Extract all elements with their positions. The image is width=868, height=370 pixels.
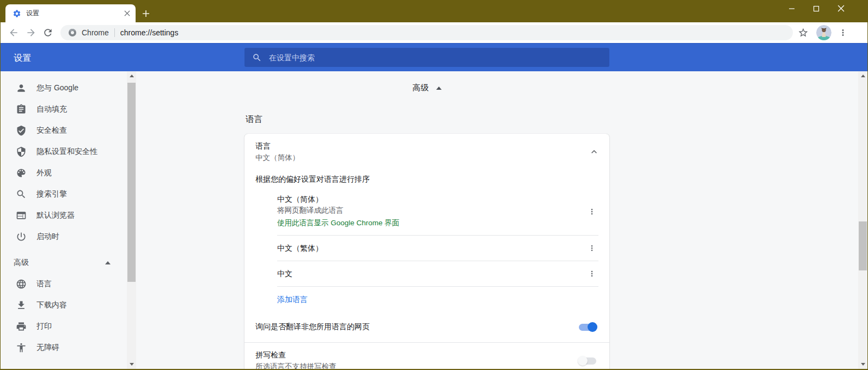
scroll-down-arrow[interactable] bbox=[127, 360, 136, 369]
section-title-languages: 语言 bbox=[246, 114, 262, 125]
language-more-button[interactable] bbox=[585, 267, 598, 280]
browser-menu-icon[interactable] bbox=[838, 28, 848, 38]
forward-icon[interactable] bbox=[26, 27, 36, 38]
shield-half-icon bbox=[16, 146, 27, 157]
window-maximize-button[interactable] bbox=[804, 0, 829, 17]
address-separator bbox=[114, 28, 115, 37]
site-chip: Chrome bbox=[82, 28, 109, 37]
download-icon bbox=[16, 300, 27, 311]
sidebar-scrollbar-thumb[interactable] bbox=[127, 83, 136, 282]
language-order-hint: 根据您的偏好设置对语言进行排序 bbox=[244, 170, 609, 189]
scroll-down-arrow[interactable] bbox=[858, 360, 867, 369]
tab-title: 设置 bbox=[26, 9, 123, 18]
settings-content: 您与 Google 自动填充 安全检查 隐私设置和安全性 外观 搜索引擎 bbox=[1, 71, 867, 369]
translate-prompt-row: 询问是否翻译非您所用语言的网页 bbox=[244, 314, 609, 342]
add-language-link[interactable]: 添加语言 bbox=[277, 287, 308, 314]
use-language-link[interactable]: 使用此语言显示 Google Chrome 界面 bbox=[277, 216, 399, 230]
language-more-button[interactable] bbox=[585, 242, 598, 255]
current-language: 中文（简体） bbox=[255, 152, 299, 163]
maximize-icon bbox=[813, 5, 820, 12]
toggle-knob bbox=[588, 322, 597, 332]
tab-close-button[interactable] bbox=[123, 9, 131, 18]
page-scrollbar-thumb[interactable] bbox=[859, 221, 867, 270]
chevron-up-icon[interactable] bbox=[589, 146, 600, 157]
language-more-button[interactable] bbox=[585, 205, 598, 218]
plus-icon bbox=[142, 10, 150, 17]
scroll-up-arrow[interactable] bbox=[858, 71, 867, 81]
page-title: 设置 bbox=[14, 53, 32, 64]
sidebar-item-search-engine[interactable]: 搜索引擎 bbox=[1, 183, 127, 205]
language-row: 中文 bbox=[277, 261, 598, 286]
language-list-divider bbox=[277, 286, 598, 287]
more-vertical-icon bbox=[588, 269, 596, 278]
sidebar-item-default-browser[interactable]: 默认浏览器 bbox=[1, 205, 127, 226]
palette-icon bbox=[16, 168, 27, 178]
language-row: 中文（简体） 将网页翻译成此语言 使用此语言显示 Google Chrome 界… bbox=[277, 189, 598, 235]
browser-window: 设置 Chrome chrome://settings bbox=[0, 0, 868, 370]
chevron-up-icon bbox=[436, 87, 442, 90]
more-vertical-icon bbox=[588, 244, 596, 252]
power-icon bbox=[16, 231, 27, 242]
avatar[interactable] bbox=[816, 25, 832, 40]
accessibility-icon bbox=[16, 342, 27, 353]
advanced-collapse-button[interactable]: 高级 bbox=[244, 83, 609, 93]
language-row: 中文（繁体） bbox=[277, 235, 598, 261]
address-bar[interactable]: Chrome chrome://settings bbox=[60, 25, 793, 40]
sidebar-item-appearance[interactable]: 外观 bbox=[1, 162, 127, 183]
close-icon bbox=[838, 5, 845, 12]
url-text: chrome://settings bbox=[120, 28, 179, 37]
languages-card: 语言 中文（简体） 根据您的偏好设置对语言进行排序 中文（简体） 将网页翻译成此… bbox=[244, 134, 609, 369]
sidebar-advanced-toggle[interactable]: 高级 bbox=[1, 252, 127, 273]
page-scrollbar[interactable] bbox=[858, 71, 867, 369]
browser-toolbar: Chrome chrome://settings bbox=[1, 22, 867, 43]
bookmark-star-icon[interactable] bbox=[798, 27, 809, 38]
gear-icon bbox=[13, 9, 21, 18]
sidebar-item-safety-check[interactable]: 安全检查 bbox=[1, 120, 127, 141]
clipboard-icon bbox=[16, 104, 27, 115]
window-minimize-button[interactable] bbox=[779, 0, 804, 17]
chrome-logo-icon bbox=[68, 28, 77, 37]
languages-card-header[interactable]: 语言 中文（简体） bbox=[244, 134, 609, 170]
sidebar-item-printing[interactable]: 打印 bbox=[1, 316, 127, 337]
sidebar-item-languages[interactable]: 语言 bbox=[1, 273, 127, 294]
settings-sidebar: 您与 Google 自动填充 安全检查 隐私设置和安全性 外观 搜索引擎 bbox=[1, 71, 127, 369]
person-icon bbox=[16, 83, 27, 94]
more-vertical-icon bbox=[588, 207, 596, 216]
translate-toggle[interactable] bbox=[579, 324, 596, 331]
chevron-up-icon bbox=[105, 261, 111, 264]
minimize-icon bbox=[788, 5, 795, 12]
close-icon bbox=[124, 10, 130, 16]
spell-check-row: 拼写检查 所选语言不支持拼写检查 bbox=[244, 343, 609, 369]
sidebar-scrollbar[interactable] bbox=[127, 71, 136, 369]
scroll-up-arrow[interactable] bbox=[127, 71, 136, 81]
sidebar-item-autofill[interactable]: 自动填充 bbox=[1, 98, 127, 120]
toggle-knob bbox=[578, 356, 588, 366]
reload-icon[interactable] bbox=[42, 27, 53, 38]
sidebar-item-privacy-security[interactable]: 隐私设置和安全性 bbox=[1, 141, 127, 162]
settings-header: 设置 bbox=[1, 43, 867, 71]
language-list: 中文（简体） 将网页翻译成此语言 使用此语言显示 Google Chrome 界… bbox=[277, 189, 598, 287]
magnifier-icon bbox=[16, 189, 27, 200]
window-close-button[interactable] bbox=[828, 0, 853, 17]
title-bar: 设置 bbox=[1, 0, 867, 22]
search-icon bbox=[252, 53, 262, 63]
avatar-cat-image bbox=[816, 25, 832, 40]
spell-check-toggle[interactable] bbox=[579, 357, 596, 365]
browser-window-icon bbox=[16, 210, 27, 221]
shield-check-icon bbox=[16, 125, 27, 136]
sidebar-item-downloads[interactable]: 下载内容 bbox=[1, 294, 127, 316]
sidebar-item-you-and-google[interactable]: 您与 Google bbox=[1, 77, 127, 98]
printer-icon bbox=[16, 321, 27, 332]
settings-search-box[interactable] bbox=[244, 48, 609, 67]
browser-tab-settings[interactable]: 设置 bbox=[5, 4, 136, 22]
settings-search-input[interactable] bbox=[269, 53, 574, 62]
sidebar-item-accessibility[interactable]: 无障碍 bbox=[1, 337, 127, 358]
globe-icon bbox=[16, 279, 27, 289]
card-title: 语言 bbox=[255, 140, 299, 152]
new-tab-button[interactable] bbox=[140, 8, 152, 20]
back-icon[interactable] bbox=[8, 27, 19, 38]
sidebar-item-on-startup[interactable]: 启动时 bbox=[1, 226, 127, 247]
